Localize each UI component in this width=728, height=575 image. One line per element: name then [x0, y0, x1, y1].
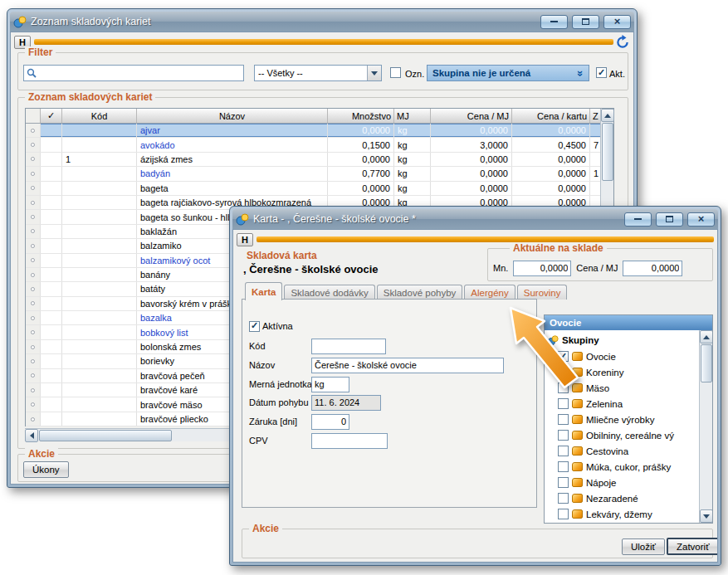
group-item-zelenina[interactable]: Zelenina	[547, 396, 699, 412]
header-cena-mj[interactable]: Cena / MJ	[431, 109, 512, 123]
group-checkbox[interactable]	[558, 493, 569, 504]
cell-nazov: bageta	[137, 182, 328, 195]
minimize-button[interactable]	[624, 212, 652, 227]
tab-alergeny[interactable]: Alergény	[464, 285, 515, 300]
scroll-left-button[interactable]	[25, 429, 38, 442]
table-row[interactable]: bageta0,0000kg0,00000,0000	[26, 182, 613, 196]
filter-section-label: Filter	[25, 46, 56, 58]
chevron-down-icon[interactable]	[367, 66, 381, 80]
group-checkbox[interactable]	[558, 414, 569, 425]
table-row[interactable]: 1ázijská zmes0,0000kg0,00000,0000	[26, 153, 613, 167]
app-icon	[236, 212, 249, 226]
hscrollbar-thumb[interactable]	[39, 430, 172, 441]
titlebar[interactable]: Karta - , Čerešne - školské ovocie * ×	[232, 209, 718, 229]
header-cena-kartu[interactable]: Cena / kartu	[512, 109, 590, 123]
group-item-napoje[interactable]: Nápoje	[547, 475, 699, 490]
cell-kod	[62, 412, 137, 426]
app-icon	[13, 15, 27, 28]
cena-mj-label: Cena / MJ	[576, 263, 618, 273]
search-field[interactable]	[23, 65, 244, 81]
header-mj[interactable]: MJ	[394, 109, 431, 123]
group-checkbox[interactable]	[558, 398, 569, 409]
stock-quantity-field[interactable]	[513, 261, 571, 276]
kod-field[interactable]	[311, 339, 386, 354]
cell-check	[41, 153, 62, 166]
header-mnozstvo[interactable]: Množstvo	[328, 109, 394, 123]
group-label: Mäso	[586, 383, 609, 393]
ukony-button[interactable]: Úkony	[23, 461, 69, 478]
group-item-cestovina[interactable]: Cestovina	[547, 443, 699, 459]
group-item-lekvary-dzemy[interactable]: Lekváry, džemy	[547, 506, 699, 522]
zaruka-field[interactable]	[311, 414, 349, 430]
header-check[interactable]: ✓	[41, 109, 62, 123]
filter-dropdown[interactable]: -- Všetky --	[254, 65, 382, 81]
group-folder-icon	[572, 446, 583, 456]
row-marker-icon	[26, 311, 41, 324]
active-checkbox[interactable]	[249, 321, 260, 332]
search-input[interactable]	[37, 66, 243, 80]
group-checkbox[interactable]	[558, 430, 569, 441]
cell-check	[41, 225, 62, 238]
group-checkbox[interactable]	[558, 509, 569, 519]
table-row[interactable]: avokádo0,1500kg3,00000,45007	[26, 138, 613, 152]
tab-skladove-dodavky[interactable]: Skladové dodávky	[284, 285, 374, 300]
group-item-muka-cukor-prasky[interactable]: Múka, cukor, prášky	[547, 459, 699, 475]
row-marker-icon	[26, 225, 41, 238]
ozn-checkbox[interactable]	[390, 67, 401, 78]
group-item-obilniny-cerealne-vy[interactable]: Obilniny, cereálne vý	[547, 427, 699, 443]
scroll-up-button[interactable]	[601, 109, 614, 122]
tree-vertical-scrollbar[interactable]	[699, 330, 712, 523]
refresh-icon[interactable]	[615, 35, 630, 50]
row-marker-icon	[26, 167, 41, 180]
group-checkbox[interactable]	[558, 446, 569, 456]
table-scrollbar-thumb[interactable]	[602, 123, 613, 181]
maximize-icon	[582, 18, 589, 25]
maximize-button[interactable]	[572, 15, 599, 29]
cell-check	[41, 325, 62, 339]
close-button[interactable]: ×	[687, 212, 715, 227]
table-row[interactable]: ajvar0,0000kg0,00000,0000	[26, 124, 613, 138]
group-item-nezaradene[interactable]: Nezaradené	[547, 490, 699, 506]
tab-karta[interactable]: Karta	[245, 282, 282, 300]
minimize-button[interactable]	[540, 15, 568, 29]
datum-pohybu-field[interactable]	[311, 395, 381, 411]
group-checkbox[interactable]	[558, 477, 569, 488]
double-chevron-icon: »	[574, 70, 587, 76]
table-row[interactable]: badyán0,7700kg0,00000,00001	[26, 167, 613, 181]
group-filter-button[interactable]: Skupina nie je určená »	[427, 65, 589, 81]
akt-checkbox[interactable]	[596, 67, 607, 78]
cell-check	[41, 383, 62, 397]
minimize-icon	[550, 21, 558, 22]
tree-scrollbar-thumb[interactable]	[701, 344, 712, 383]
card-tabs: KartaSkladové dodávkySkladové pohybyAler…	[245, 281, 569, 300]
scroll-down-button[interactable]	[700, 509, 713, 523]
cell-kod	[62, 239, 137, 252]
close-card-button[interactable]: Zatvoriť	[667, 538, 718, 555]
merna-jednotka-field[interactable]	[311, 377, 349, 392]
group-checkbox[interactable]	[558, 461, 569, 472]
window-body: H Skladová karta , Čerešne - školské ovo…	[232, 229, 718, 563]
row-marker-icon	[26, 210, 41, 223]
nazov-field[interactable]	[311, 358, 504, 373]
scroll-up-button[interactable]	[700, 330, 713, 344]
minimize-icon	[634, 218, 642, 220]
cell-check	[41, 254, 62, 267]
tab-suroviny[interactable]: Suroviny	[517, 285, 568, 300]
h-button[interactable]: H	[237, 233, 253, 246]
row-marker-icon	[26, 325, 41, 339]
group-item-mliecne-vyrobky[interactable]: Mliečne výrobky	[547, 412, 699, 427]
maximize-button[interactable]	[656, 212, 683, 227]
titlebar[interactable]: Zoznam skladových kariet ×	[10, 12, 634, 32]
cpv-field[interactable]	[311, 433, 388, 449]
cell-mnozstvo: 0,0000	[328, 153, 394, 166]
table-header[interactable]: ✓ Kód Názov Množstvo MJ Cena / MJ Cena /…	[26, 109, 613, 124]
close-button[interactable]: ×	[603, 15, 631, 29]
header-kod[interactable]: Kód	[62, 109, 137, 123]
save-button[interactable]: Uložiť	[622, 538, 665, 555]
stock-price-field[interactable]	[623, 261, 682, 276]
cell-kod	[62, 182, 137, 195]
cell-check	[41, 397, 62, 411]
header-nazov[interactable]: Názov	[137, 109, 328, 123]
cell-kod	[62, 369, 137, 383]
tab-skladove-pohyby[interactable]: Skladové pohyby	[377, 285, 463, 300]
